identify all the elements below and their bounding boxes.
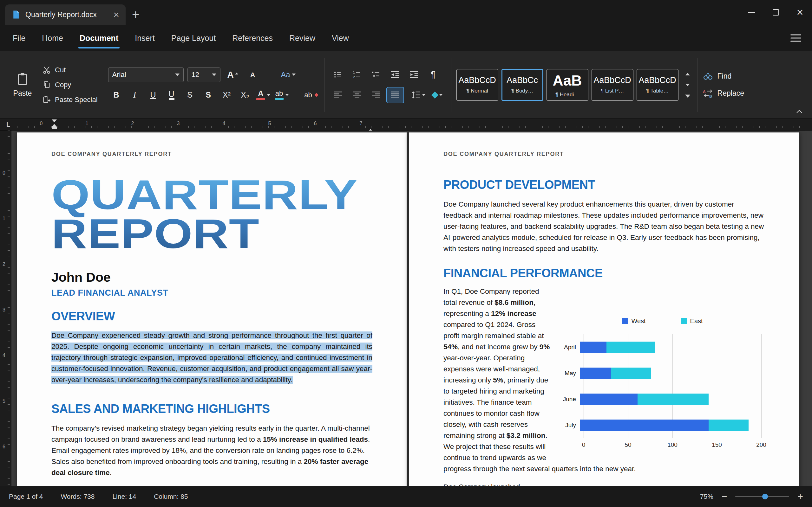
- line-spacing-button[interactable]: [410, 88, 427, 103]
- minimize-button[interactable]: [740, 0, 764, 25]
- paste-button[interactable]: Paste: [7, 68, 38, 101]
- product-paragraph[interactable]: Doe Company launched several key product…: [444, 199, 765, 254]
- page-1[interactable]: DOE COMPANY QUARTERLY REPORT QUARTERLY R…: [17, 132, 407, 486]
- tab-close-icon[interactable]: ×: [113, 9, 119, 20]
- gallery-scroll-up-button[interactable]: [683, 70, 693, 78]
- running-header: DOE COMPANY QUARTERLY REPORT: [444, 151, 765, 158]
- new-tab-button[interactable]: +: [132, 8, 139, 21]
- style-card-table[interactable]: AaBbCcD¶ Table…: [637, 69, 678, 101]
- bold-button[interactable]: B: [108, 88, 125, 103]
- pilcrow-icon: ¶: [431, 70, 436, 79]
- align-left-button[interactable]: [330, 88, 346, 103]
- zoom-level[interactable]: 75%: [700, 493, 713, 500]
- increase-indent-button[interactable]: [406, 67, 422, 82]
- shrink-font-button[interactable]: A: [245, 67, 261, 82]
- overview-heading[interactable]: OVERVIEW: [51, 310, 372, 323]
- bullet-list-button[interactable]: [330, 67, 346, 82]
- sales-heading[interactable]: SALES AND MARKETING HIGHLIGHTS: [51, 402, 372, 416]
- bar-west-april: [580, 342, 606, 353]
- page-2[interactable]: DOE COMPANY QUARTERLY REPORT PRODUCT DEV…: [409, 132, 799, 486]
- document-canvas[interactable]: 0123456 DOE COMPANY QUARTERLY REPORT QUA…: [0, 130, 812, 486]
- justify-button[interactable]: [387, 88, 403, 103]
- vertical-ruler[interactable]: 0123456: [0, 130, 11, 486]
- double-strikethrough-button[interactable]: S: [200, 88, 217, 103]
- gallery-scroll-down-button[interactable]: [683, 81, 693, 89]
- maximize-button[interactable]: [764, 0, 788, 25]
- grow-font-button[interactable]: A: [224, 67, 241, 82]
- financial-heading[interactable]: FINANCIAL PERFORMANCE: [444, 267, 765, 280]
- indent-marker-left[interactable]: [52, 119, 57, 129]
- statusbar: Page 1 of 4 Words: 738 Line: 14 Column: …: [0, 486, 812, 507]
- author-role[interactable]: LEAD FINANCIAL ANALYST: [51, 288, 372, 298]
- menu-page-layout[interactable]: Page Layout: [163, 25, 224, 51]
- gallery-more-button[interactable]: [683, 92, 693, 100]
- close-button[interactable]: ×: [788, 0, 812, 25]
- document-title[interactable]: QUARTERLY REPORT: [51, 176, 357, 253]
- menu-insert[interactable]: Insert: [126, 25, 163, 51]
- paste-special-button[interactable]: Paste Special: [43, 95, 98, 104]
- zoom-in-button[interactable]: +: [798, 492, 803, 501]
- svg-text:A: A: [703, 89, 706, 93]
- chevron-down-icon: [285, 94, 289, 96]
- numbered-list-button[interactable]: 12: [349, 67, 365, 82]
- copy-button[interactable]: Copy: [43, 80, 98, 89]
- trailing-paragraph[interactable]: Doe Company launched: [444, 481, 765, 486]
- find-button[interactable]: Find: [703, 72, 744, 81]
- close-icon: ×: [797, 7, 803, 18]
- highlight-button[interactable]: ab: [274, 88, 290, 103]
- hamburger-menu-icon[interactable]: [791, 35, 801, 42]
- style-card-body[interactable]: AaBbCc¶ Body…: [502, 69, 543, 101]
- menu-view[interactable]: View: [323, 25, 357, 51]
- italic-button[interactable]: I: [126, 88, 143, 103]
- revenue-chart[interactable]: WestEast AprilMayJuneJuly 050100150200: [560, 318, 765, 450]
- left-indent-icon: [52, 127, 57, 129]
- style-card-normal[interactable]: AaBbCcD¶ Normal: [456, 69, 498, 101]
- style-card-listp[interactable]: AaBbCcD¶ List P…: [592, 69, 633, 101]
- page-indicator[interactable]: Page 1 of 4: [9, 493, 43, 500]
- menu-references[interactable]: References: [224, 25, 281, 51]
- word-count[interactable]: Words: 738: [61, 493, 95, 500]
- font-color-button[interactable]: A: [255, 88, 272, 103]
- zoom-slider[interactable]: [735, 496, 789, 497]
- menu-review[interactable]: Review: [281, 25, 323, 51]
- collapse-ribbon-button[interactable]: [796, 109, 803, 115]
- cut-button[interactable]: Cut: [43, 66, 98, 74]
- zoom-slider-thumb[interactable]: [762, 494, 768, 499]
- tab-stop-selector[interactable]: L: [4, 120, 13, 129]
- shading-button[interactable]: [429, 88, 446, 103]
- multilevel-list-button[interactable]: [368, 67, 385, 82]
- document-icon: [11, 10, 21, 19]
- app-window: Quarterly Report.docx × + × FileHomeDocu…: [0, 0, 812, 507]
- show-formatting-button[interactable]: ¶: [425, 67, 442, 82]
- product-heading[interactable]: PRODUCT DEVELOPMENT: [444, 178, 765, 192]
- style-card-headi[interactable]: AaB¶ Headi…: [547, 69, 589, 101]
- menu-home[interactable]: Home: [34, 25, 71, 51]
- decrease-indent-button[interactable]: [387, 67, 403, 82]
- zoom-out-button[interactable]: −: [722, 492, 727, 501]
- superscript-button[interactable]: X²: [218, 88, 235, 103]
- chart-x-axis: 050100150200: [560, 441, 765, 450]
- double-underline-button[interactable]: U: [163, 88, 180, 103]
- font-size-select[interactable]: 12: [188, 67, 220, 82]
- align-center-button[interactable]: [349, 88, 365, 103]
- horizontal-ruler[interactable]: L 01234567: [0, 118, 812, 130]
- author-name[interactable]: John Doe: [51, 270, 372, 285]
- sales-paragraph[interactable]: The company’s revised marketing strategy…: [51, 423, 372, 478]
- document-tab[interactable]: Quarterly Report.docx ×: [5, 4, 125, 25]
- font-family-select[interactable]: Arial: [108, 67, 184, 82]
- replace-button[interactable]: AB Replace: [703, 89, 744, 98]
- chevron-down-icon: [439, 94, 443, 96]
- chevron-up-icon: [686, 73, 690, 75]
- strikethrough-button[interactable]: S: [182, 88, 198, 103]
- underline-button[interactable]: U: [145, 88, 161, 103]
- overview-paragraph[interactable]: Doe Company experienced steady growth an…: [51, 330, 372, 385]
- first-line-indent-icon: [52, 119, 57, 122]
- change-case-button[interactable]: Aa: [280, 67, 297, 82]
- text-effects-button[interactable]: ab: [303, 88, 319, 103]
- menu-document[interactable]: Document: [71, 25, 126, 51]
- menu-file[interactable]: File: [4, 25, 34, 51]
- subscript-button[interactable]: X₂: [237, 88, 253, 103]
- indent-marker-right[interactable]: [368, 124, 373, 129]
- align-right-button[interactable]: [368, 88, 385, 103]
- hanging-indent-icon: [52, 124, 57, 127]
